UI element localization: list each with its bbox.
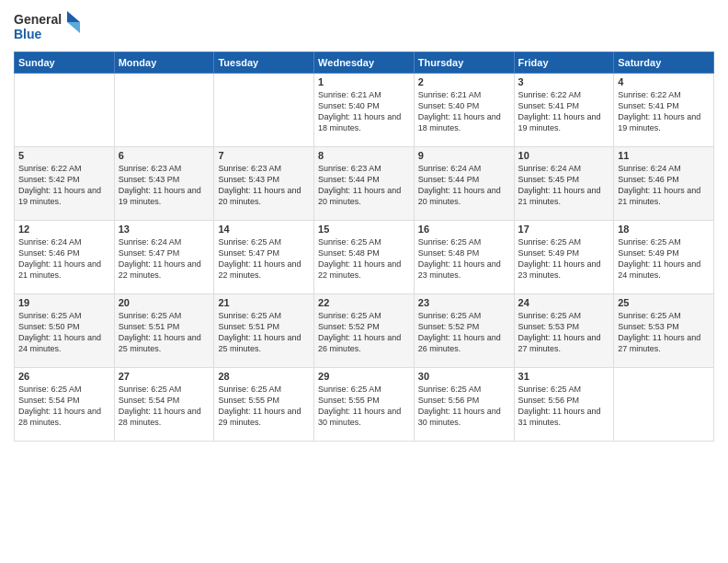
calendar-cell: 9Sunrise: 6:24 AM Sunset: 5:44 PM Daylig… (414, 147, 514, 221)
day-number: 19 (18, 297, 110, 308)
week-row-4: 26Sunrise: 6:25 AM Sunset: 5:54 PM Dayli… (15, 368, 714, 442)
day-number: 11 (618, 150, 710, 161)
svg-marker-2 (67, 11, 80, 22)
calendar-cell: 20Sunrise: 6:25 AM Sunset: 5:51 PM Dayli… (114, 294, 214, 368)
day-number: 15 (318, 224, 410, 235)
day-number: 10 (518, 150, 610, 161)
day-number: 6 (119, 150, 210, 161)
calendar-cell: 29Sunrise: 6:25 AM Sunset: 5:55 PM Dayli… (314, 368, 415, 442)
day-info: Sunrise: 6:22 AM Sunset: 5:42 PM Dayligh… (18, 163, 110, 208)
day-number: 16 (418, 224, 510, 235)
day-number: 23 (418, 297, 510, 308)
day-info: Sunrise: 6:25 AM Sunset: 5:49 PM Dayligh… (518, 236, 610, 282)
day-number: 12 (18, 224, 110, 235)
day-info: Sunrise: 6:21 AM Sunset: 5:40 PM Dayligh… (318, 89, 410, 134)
day-number: 31 (518, 371, 610, 382)
day-number: 4 (618, 76, 710, 87)
calendar-cell: 31Sunrise: 6:25 AM Sunset: 5:56 PM Dayli… (514, 368, 614, 442)
day-number: 9 (418, 150, 510, 161)
day-number: 20 (119, 297, 210, 308)
day-number: 27 (119, 371, 210, 382)
weekday-header-saturday: Saturday (614, 52, 714, 74)
day-number: 18 (618, 224, 710, 235)
day-info: Sunrise: 6:25 AM Sunset: 5:48 PM Dayligh… (318, 236, 410, 282)
day-number: 8 (318, 150, 410, 161)
day-info: Sunrise: 6:25 AM Sunset: 5:56 PM Dayligh… (418, 384, 510, 429)
day-number: 5 (18, 150, 110, 161)
day-info: Sunrise: 6:25 AM Sunset: 5:47 PM Dayligh… (218, 236, 310, 282)
calendar-cell: 14Sunrise: 6:25 AM Sunset: 5:47 PM Dayli… (214, 221, 314, 294)
day-number: 13 (119, 224, 210, 235)
calendar-table: SundayMondayTuesdayWednesdayThursdayFrid… (14, 52, 714, 442)
logo: GeneralBlue (14, 9, 87, 46)
calendar-cell: 24Sunrise: 6:25 AM Sunset: 5:53 PM Dayli… (514, 294, 614, 368)
calendar-cell: 4Sunrise: 6:22 AM Sunset: 5:41 PM Daylig… (614, 74, 714, 147)
week-row-3: 19Sunrise: 6:25 AM Sunset: 5:50 PM Dayli… (15, 294, 714, 368)
calendar-cell: 16Sunrise: 6:25 AM Sunset: 5:48 PM Dayli… (414, 221, 514, 294)
weekday-header-row: SundayMondayTuesdayWednesdayThursdayFrid… (15, 52, 714, 74)
day-info: Sunrise: 6:25 AM Sunset: 5:53 PM Dayligh… (618, 310, 710, 355)
day-info: Sunrise: 6:25 AM Sunset: 5:48 PM Dayligh… (418, 236, 510, 282)
day-info: Sunrise: 6:25 AM Sunset: 5:53 PM Dayligh… (518, 310, 610, 355)
calendar-cell (614, 368, 714, 442)
day-number: 26 (18, 371, 110, 382)
day-info: Sunrise: 6:24 AM Sunset: 5:46 PM Dayligh… (18, 236, 110, 282)
calendar-cell: 6Sunrise: 6:23 AM Sunset: 5:43 PM Daylig… (114, 147, 214, 221)
day-number: 22 (318, 297, 410, 308)
calendar-cell: 13Sunrise: 6:24 AM Sunset: 5:47 PM Dayli… (114, 221, 214, 294)
calendar-cell: 15Sunrise: 6:25 AM Sunset: 5:48 PM Dayli… (314, 221, 415, 294)
day-number: 3 (518, 76, 610, 87)
day-number: 24 (518, 297, 610, 308)
day-info: Sunrise: 6:25 AM Sunset: 5:54 PM Dayligh… (18, 384, 110, 429)
calendar-cell (15, 74, 115, 147)
day-info: Sunrise: 6:25 AM Sunset: 5:52 PM Dayligh… (418, 310, 510, 355)
day-info: Sunrise: 6:24 AM Sunset: 5:44 PM Dayligh… (418, 163, 510, 208)
calendar-cell: 21Sunrise: 6:25 AM Sunset: 5:51 PM Dayli… (214, 294, 314, 368)
day-number: 21 (218, 297, 310, 308)
day-info: Sunrise: 6:24 AM Sunset: 5:45 PM Dayligh… (518, 163, 610, 208)
page: GeneralBlue SundayMondayTuesdayWednesday… (0, 0, 728, 563)
day-info: Sunrise: 6:24 AM Sunset: 5:47 PM Dayligh… (119, 236, 210, 282)
day-info: Sunrise: 6:25 AM Sunset: 5:55 PM Dayligh… (318, 384, 410, 429)
day-number: 14 (218, 224, 310, 235)
calendar-cell: 5Sunrise: 6:22 AM Sunset: 5:42 PM Daylig… (15, 147, 115, 221)
calendar-cell: 7Sunrise: 6:23 AM Sunset: 5:43 PM Daylig… (214, 147, 314, 221)
calendar-cell (114, 74, 214, 147)
week-row-2: 12Sunrise: 6:24 AM Sunset: 5:46 PM Dayli… (15, 221, 714, 294)
calendar-cell: 18Sunrise: 6:25 AM Sunset: 5:49 PM Dayli… (614, 221, 714, 294)
day-info: Sunrise: 6:22 AM Sunset: 5:41 PM Dayligh… (518, 89, 610, 134)
calendar-cell: 1Sunrise: 6:21 AM Sunset: 5:40 PM Daylig… (314, 74, 415, 147)
calendar-cell: 2Sunrise: 6:21 AM Sunset: 5:40 PM Daylig… (414, 74, 514, 147)
day-info: Sunrise: 6:24 AM Sunset: 5:46 PM Dayligh… (618, 163, 710, 208)
day-info: Sunrise: 6:22 AM Sunset: 5:41 PM Dayligh… (618, 89, 710, 134)
calendar-cell: 17Sunrise: 6:25 AM Sunset: 5:49 PM Dayli… (514, 221, 614, 294)
calendar-cell: 19Sunrise: 6:25 AM Sunset: 5:50 PM Dayli… (15, 294, 115, 368)
day-number: 7 (218, 150, 310, 161)
calendar-cell: 3Sunrise: 6:22 AM Sunset: 5:41 PM Daylig… (514, 74, 614, 147)
day-info: Sunrise: 6:25 AM Sunset: 5:50 PM Dayligh… (18, 310, 110, 355)
week-row-1: 5Sunrise: 6:22 AM Sunset: 5:42 PM Daylig… (15, 147, 714, 221)
weekday-header-wednesday: Wednesday (314, 52, 415, 74)
svg-text:Blue: Blue (14, 27, 42, 41)
weekday-header-thursday: Thursday (414, 52, 514, 74)
calendar-cell: 26Sunrise: 6:25 AM Sunset: 5:54 PM Dayli… (15, 368, 115, 442)
weekday-header-friday: Friday (514, 52, 614, 74)
day-number: 25 (618, 297, 710, 308)
calendar-cell: 27Sunrise: 6:25 AM Sunset: 5:54 PM Dayli… (114, 368, 214, 442)
day-number: 30 (418, 371, 510, 382)
calendar-cell: 28Sunrise: 6:25 AM Sunset: 5:55 PM Dayli… (214, 368, 314, 442)
weekday-header-tuesday: Tuesday (214, 52, 314, 74)
day-number: 17 (518, 224, 610, 235)
calendar-cell: 22Sunrise: 6:25 AM Sunset: 5:52 PM Dayli… (314, 294, 415, 368)
logo-icon: GeneralBlue (14, 9, 87, 46)
calendar-cell: 8Sunrise: 6:23 AM Sunset: 5:44 PM Daylig… (314, 147, 415, 221)
day-number: 1 (318, 76, 410, 87)
calendar-cell: 23Sunrise: 6:25 AM Sunset: 5:52 PM Dayli… (414, 294, 514, 368)
calendar-cell: 25Sunrise: 6:25 AM Sunset: 5:53 PM Dayli… (614, 294, 714, 368)
day-number: 28 (218, 371, 310, 382)
calendar-cell: 30Sunrise: 6:25 AM Sunset: 5:56 PM Dayli… (414, 368, 514, 442)
day-number: 29 (318, 371, 410, 382)
day-number: 2 (418, 76, 510, 87)
day-info: Sunrise: 6:25 AM Sunset: 5:52 PM Dayligh… (318, 310, 410, 355)
calendar-cell: 10Sunrise: 6:24 AM Sunset: 5:45 PM Dayli… (514, 147, 614, 221)
